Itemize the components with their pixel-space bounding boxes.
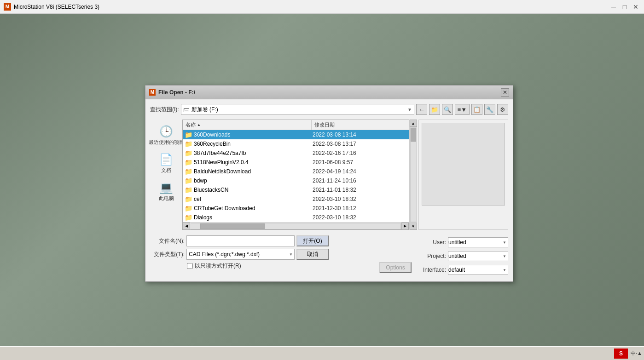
location-dropdown[interactable]: 🖴 新加卷 (F:) ▼ xyxy=(181,104,414,115)
project-row: Project: untitled xyxy=(416,251,508,261)
file-name-cell: CRTubeGet Downloaded xyxy=(192,205,311,211)
preview-panel xyxy=(418,120,508,230)
folder-icon: 📁 xyxy=(183,177,192,184)
search-button[interactable]: 🔍 xyxy=(442,104,453,115)
filename-input[interactable] xyxy=(186,235,295,246)
system-tray: S 中·▲ xyxy=(614,349,642,359)
views-button[interactable]: ≡▼ xyxy=(455,104,470,115)
table-row[interactable]: 📁CRTubeGet Downloaded2021-12-30 18:12 xyxy=(183,204,409,213)
folder-up-button[interactable]: 📁 xyxy=(429,104,440,115)
sidebar-item-docs[interactable]: 📄 文档 xyxy=(152,151,180,176)
file-date-cell: 2021-11-01 18:32 xyxy=(311,187,409,193)
file-name-cell: 5118NewPluginV2.0.4 xyxy=(192,159,311,166)
folder-icon: 📁 xyxy=(183,205,192,212)
file-area: 名称 ▲ 修改日期 📁360Downloads2022-03-08 13:14📁… xyxy=(182,120,508,230)
app-logo: M xyxy=(4,3,11,11)
window-title-bar: M MicroStation V8i (SELECTseries 3) ─ □ … xyxy=(0,0,644,14)
filename-label: 文件名(N): xyxy=(150,237,185,245)
hscroll-track[interactable] xyxy=(191,223,401,229)
table-row[interactable]: 📁bdwp2021-11-24 10:16 xyxy=(183,176,409,185)
tray-s-icon[interactable]: S xyxy=(614,349,628,359)
options-button[interactable]: Options xyxy=(379,262,412,273)
options-icon-button[interactable]: ⚙ xyxy=(497,104,508,115)
hscroll-left-arrow[interactable]: ◀ xyxy=(183,223,190,230)
folder-icon: 📁 xyxy=(183,168,192,175)
vscroll-up-arrow[interactable]: ▲ xyxy=(410,120,417,127)
minimize-button[interactable]: ─ xyxy=(609,2,618,11)
sidebar-item-computer[interactable]: 💻 此电脑 xyxy=(152,179,180,204)
table-row[interactable]: 📁387d7fbe44e275a7fb2022-02-16 17:16 xyxy=(183,149,409,158)
recent-icon: 🕒 xyxy=(159,125,173,138)
readonly-checkbox[interactable] xyxy=(187,263,193,269)
table-row[interactable]: 📁360RecycleBin2022-03-08 13:17 xyxy=(183,139,409,149)
table-row[interactable]: 📁5118NewPluginV2.0.42021-06-08 9:57 xyxy=(183,158,409,167)
window-controls: ─ □ ✕ xyxy=(609,2,640,11)
user-row: User: untitled xyxy=(416,237,508,247)
file-name-cell: cef xyxy=(192,196,311,202)
file-date-cell: 2022-03-10 18:32 xyxy=(311,196,409,202)
dialog-toolbar: 查找范围(I): 🖴 新加卷 (F:) ▼ ← 📁 🔍 ≡▼ 📋 🔧 ⚙ xyxy=(150,104,508,115)
dialog-logo: M xyxy=(149,89,156,96)
file-list-header: 名称 ▲ 修改日期 xyxy=(183,120,409,130)
location-dropdown-arrow: ▼ xyxy=(407,107,412,112)
header-date[interactable]: 修改日期 xyxy=(312,120,409,130)
vscroll-thumb[interactable] xyxy=(411,128,416,142)
maximize-button[interactable]: □ xyxy=(620,2,629,11)
user-select[interactable]: untitled xyxy=(448,237,508,247)
folder-icon: 📁 xyxy=(183,159,192,166)
readonly-label[interactable]: 以只读方式打开(R) xyxy=(195,262,241,270)
filetype-label: 文件类型(T): xyxy=(150,251,185,258)
hscroll-right-arrow[interactable]: ▶ xyxy=(401,223,409,230)
tray-text: 中·▲ xyxy=(631,350,642,357)
file-name-cell: Dialogs xyxy=(192,214,311,221)
vscroll-track[interactable] xyxy=(410,127,417,222)
dialog-content: 查找范围(I): 🖴 新加卷 (F:) ▼ ← 📁 🔍 ≡▼ 📋 🔧 ⚙ 🕒 xyxy=(145,99,513,281)
dialog-close-button[interactable]: ✕ xyxy=(501,88,509,97)
file-date-cell: 2022-03-08 13:17 xyxy=(311,141,409,147)
open-button[interactable]: 打开(O) xyxy=(296,235,329,246)
vscroll-down-arrow[interactable]: ▼ xyxy=(410,223,417,230)
tools-button[interactable]: 🔧 xyxy=(484,104,495,115)
vertical-scrollbar[interactable]: ▲ ▼ xyxy=(409,120,417,230)
folder-icon: 📁 xyxy=(183,186,192,194)
table-row[interactable]: 📁360Downloads2022-03-08 13:14 xyxy=(183,130,409,139)
table-row[interactable]: 📁BaiduNetdiskDownload2022-04-19 14:24 xyxy=(183,167,409,176)
table-row[interactable]: 📁BluestacksCN2021-11-01 18:32 xyxy=(183,185,409,194)
folder-icon: 📁 xyxy=(183,214,192,221)
interface-select[interactable]: default xyxy=(448,265,508,275)
file-name-cell: 360RecycleBin xyxy=(192,141,311,147)
back-button[interactable]: ← xyxy=(416,104,427,115)
window-title: MicroStation V8i (SELECTseries 3) xyxy=(14,4,609,10)
header-name-label: 名称 xyxy=(186,121,196,128)
folder-icon: 📁 xyxy=(183,131,192,138)
horizontal-scrollbar[interactable]: ◀ ▶ xyxy=(183,222,409,229)
file-date-cell: 2022-04-19 14:24 xyxy=(311,168,409,175)
table-row[interactable]: 📁cef2022-03-10 18:32 xyxy=(183,194,409,204)
file-date-cell: 2022-03-08 13:14 xyxy=(311,131,409,138)
project-label: Project: xyxy=(416,253,446,259)
file-list-body[interactable]: 📁360Downloads2022-03-08 13:14📁360Recycle… xyxy=(183,130,409,222)
sidebar-item-recent[interactable]: 🕒 最近使用的项目 xyxy=(152,123,180,148)
header-name[interactable]: 名称 ▲ xyxy=(183,120,312,130)
file-name-cell: BluestacksCN xyxy=(192,187,311,193)
filename-row: 文件名(N): 打开(O) xyxy=(150,235,377,246)
close-button[interactable]: ✕ xyxy=(631,2,640,11)
drive-icon: 🖴 xyxy=(183,106,190,113)
file-name-cell: 360Downloads xyxy=(192,131,311,138)
filetype-select[interactable]: CAD Files (*.dgn;*.dwg;*.dxf) xyxy=(186,249,295,260)
table-row[interactable]: 📁Dialogs2022-03-10 18:32 xyxy=(183,213,409,222)
new-folder-button[interactable]: 📋 xyxy=(471,104,482,115)
location-select-inner: 🖴 新加卷 (F:) ▼ xyxy=(183,106,412,114)
right-panel: User: untitled Project: untitled Interfa… xyxy=(412,235,508,275)
computer-icon: 💻 xyxy=(159,181,173,194)
user-label: User: xyxy=(416,239,446,246)
file-list-container: 名称 ▲ 修改日期 📁360Downloads2022-03-08 13:14📁… xyxy=(182,120,409,230)
dialog-sidebar: 🕒 最近使用的项目 📄 文档 💻 此电脑 xyxy=(150,120,182,230)
interface-row: Interface: default xyxy=(416,265,508,275)
hscroll-thumb[interactable] xyxy=(200,223,265,229)
file-date-cell: 2021-11-24 10:16 xyxy=(311,177,409,184)
location-select-text: 新加卷 (F:) xyxy=(191,106,406,114)
interface-label: Interface: xyxy=(416,267,446,273)
cancel-button[interactable]: 取消 xyxy=(296,249,329,260)
project-select[interactable]: untitled xyxy=(448,251,508,261)
